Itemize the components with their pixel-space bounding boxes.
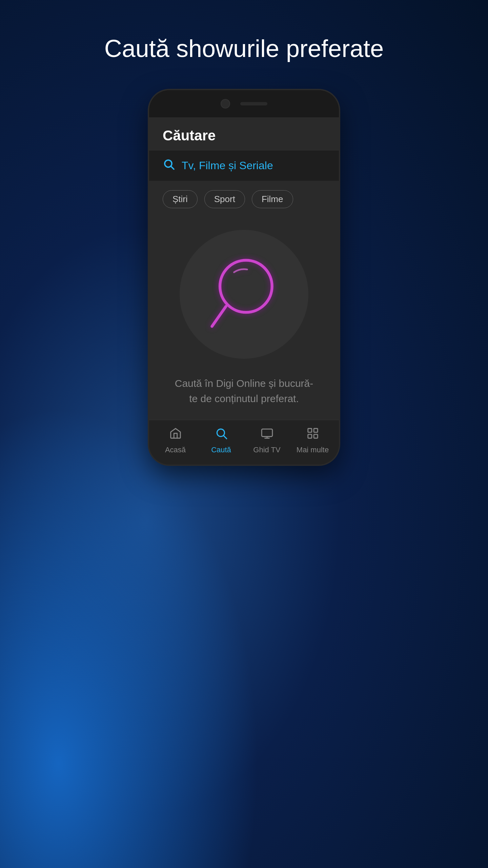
- phone-screen: Căutare Tv, Filme și Seriale Știri Sport…: [149, 117, 339, 465]
- grid-icon: [306, 427, 319, 443]
- phone-frame: Căutare Tv, Filme și Seriale Știri Sport…: [149, 90, 339, 465]
- svg-line-3: [212, 307, 226, 327]
- nav-ghid-tv[interactable]: Ghid TV: [250, 427, 284, 454]
- category-filme[interactable]: Filme: [252, 190, 293, 208]
- phone-camera: [221, 99, 230, 108]
- svg-rect-11: [308, 435, 311, 438]
- svg-line-1: [171, 166, 174, 169]
- svg-point-2: [220, 260, 272, 313]
- empty-state: Caută în Digi Online și bucură-te de con…: [149, 216, 339, 420]
- svg-rect-10: [314, 429, 318, 432]
- nav-home-label: Acasă: [165, 446, 186, 454]
- svg-rect-9: [308, 429, 311, 432]
- home-icon: [169, 427, 182, 443]
- search-circle-background: [180, 230, 308, 359]
- nav-home[interactable]: Acasă: [159, 427, 192, 454]
- category-tags: Știri Sport Filme: [149, 182, 339, 216]
- page-title: Caută showurile preferate: [104, 34, 384, 63]
- nav-search[interactable]: Caută: [204, 427, 238, 454]
- phone-speaker: [240, 102, 267, 105]
- empty-state-description: Caută în Digi Online și bucură-te de con…: [173, 376, 315, 406]
- svg-rect-6: [262, 429, 272, 437]
- search-magnifier-illustration: [200, 250, 288, 338]
- nav-mai-multe-label: Mai multe: [297, 446, 329, 454]
- nav-search-label: Caută: [211, 446, 231, 454]
- app-header: Căutare: [149, 117, 339, 151]
- phone-top-bar: [149, 90, 339, 117]
- nav-mai-multe[interactable]: Mai multe: [296, 427, 330, 454]
- svg-rect-12: [314, 435, 318, 438]
- search-bar[interactable]: Tv, Filme și Seriale: [149, 151, 339, 181]
- category-sport[interactable]: Sport: [204, 190, 245, 208]
- search-icon: [163, 158, 175, 173]
- category-stiri[interactable]: Știri: [163, 190, 198, 208]
- svg-line-5: [224, 436, 227, 439]
- search-nav-icon: [215, 427, 228, 443]
- search-input-placeholder[interactable]: Tv, Filme și Seriale: [182, 159, 273, 172]
- bottom-nav: Acasă Caută: [149, 420, 339, 465]
- nav-ghid-tv-label: Ghid TV: [253, 446, 280, 454]
- screen-title: Căutare: [163, 127, 216, 143]
- tv-icon: [261, 427, 273, 443]
